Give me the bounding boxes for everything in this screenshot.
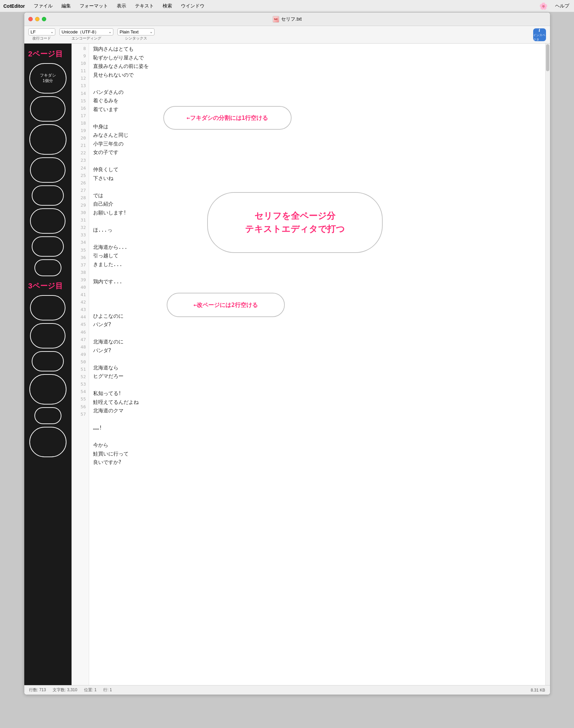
main-window: txt セリフ.txt LF 改行コード (24, 12, 550, 695)
code-line: 直接みなさんの前に姿を (93, 62, 541, 71)
line-number: 35 (73, 246, 86, 254)
line-number: 38 (73, 269, 86, 276)
bubble-10 (30, 323, 65, 348)
inspector-area: i インスペクタ (533, 28, 546, 41)
bubble-3 (29, 124, 66, 155)
code-line (93, 157, 541, 166)
line-number: 45 (73, 321, 86, 328)
line-number: 9 (73, 52, 86, 60)
line-number: 15 (73, 97, 86, 105)
syntax-select-wrapper[interactable]: Plain Text (117, 28, 155, 35)
code-line (93, 286, 541, 295)
code-line: ヒグマだろー (93, 372, 541, 381)
line-number: 50 (73, 358, 86, 366)
minimize-button[interactable] (35, 17, 39, 21)
line-number: 31 (73, 216, 86, 224)
line-number: 11 (73, 67, 86, 75)
code-line: 仲良くして (93, 165, 541, 174)
line-number: 13 (73, 82, 86, 89)
menu-text[interactable]: テキスト (134, 2, 155, 10)
line-number: 29 (73, 202, 86, 209)
line-number: 16 (73, 105, 86, 112)
bubble-6 (30, 208, 65, 234)
menu-file[interactable]: ファイル (32, 2, 54, 10)
titlebar-title: txt セリフ.txt (272, 16, 302, 23)
line-number: 46 (73, 329, 86, 336)
line-number: 44 (73, 313, 86, 321)
code-line: 今から (93, 441, 541, 450)
pos-stat: 位置: 1 (84, 687, 97, 693)
code-line: 中身は (93, 123, 541, 131)
code-line: 女の子です (93, 148, 541, 157)
bubble-8 (34, 259, 61, 276)
bubble-5 (32, 185, 64, 206)
code-line: 自己紹介 (93, 200, 541, 209)
line-number: 57 (73, 411, 86, 418)
line-number: 36 (73, 254, 86, 261)
code-line: 見せられないので (93, 71, 541, 80)
line-ending-select[interactable]: LF (28, 28, 55, 35)
bubble-14 (29, 427, 66, 457)
filesize-stat: 8.31 KB (531, 688, 545, 693)
window-wrapper: txt セリフ.txt LF 改行コード (0, 12, 574, 728)
editor-content[interactable]: 8910111213141516171819202122232425262728… (72, 44, 545, 685)
inspector-button[interactable]: i インスペクタ (533, 28, 546, 41)
line-number: 12 (73, 75, 86, 82)
line-ending-group: LF 改行コード (28, 28, 55, 41)
line-number: 51 (73, 366, 86, 373)
code-line (93, 269, 541, 278)
inspector-label: インスペクタ (533, 33, 546, 42)
bubble-11 (32, 351, 64, 371)
code-line: パンダ? (93, 346, 541, 355)
menu-view[interactable]: 表示 (115, 2, 128, 10)
toolbar: LF 改行コード Unicode（UTF-8） エンコーディング (24, 26, 550, 44)
code-line: 鮭買いに行って (93, 450, 541, 459)
statusbar: 行数: 713 文字数: 3,310 位置: 1 行: 1 8.31 KB (24, 685, 550, 695)
sidebar: 2ページ目 フキダシ 1個分 3ページ目 (24, 44, 72, 685)
code-line: みなさんと同じ (93, 131, 541, 140)
line-ending-select-wrapper[interactable]: LF (28, 28, 55, 35)
line-number: 40 (73, 284, 86, 291)
code-line: きました... (93, 260, 541, 269)
line-number: 22 (73, 149, 86, 157)
line-number: 19 (73, 127, 86, 134)
line-number: 49 (73, 351, 86, 358)
bubble-9 (30, 295, 65, 320)
main-area: 2ページ目 フキダシ 1個分 3ページ目 (24, 44, 550, 685)
maximize-button[interactable] (42, 17, 46, 21)
menu-window[interactable]: ウインドウ (180, 2, 206, 10)
menu-format[interactable]: フォーマット (78, 2, 109, 10)
encoding-select-wrapper[interactable]: Unicode（UTF-8） (59, 28, 113, 35)
menu-help[interactable]: ヘルプ (554, 2, 571, 10)
line-number: 10 (73, 60, 86, 67)
code-line: 鶏内さんはとても (93, 45, 541, 54)
menubar-icons: 🌸 (539, 2, 548, 10)
scrollbar-thumb[interactable] (546, 44, 549, 71)
code-line: パンダさんの (93, 88, 541, 97)
code-line (93, 467, 541, 476)
code-line: 鮭咥えてるんだよね (93, 398, 541, 407)
code-line: ……! (93, 424, 541, 433)
scrollbar-track[interactable] (545, 44, 550, 685)
bubble-4 (30, 157, 65, 183)
menu-edit[interactable]: 編集 (60, 2, 72, 10)
encoding-select[interactable]: Unicode（UTF-8） (59, 28, 113, 35)
code-line (93, 234, 541, 243)
code-line: お願いします! (93, 209, 541, 217)
code-line: ほ...っ (93, 226, 541, 235)
code-line (93, 329, 541, 338)
syntax-select[interactable]: Plain Text (117, 28, 155, 35)
line-number: 42 (73, 298, 86, 306)
page3-label: 3ページ目 (28, 281, 63, 291)
code-line (93, 355, 541, 364)
code-line (93, 415, 541, 424)
menu-search[interactable]: 検索 (161, 2, 173, 10)
code-area[interactable]: ←フキダシの分割には1行空ける セリフを全ページ分 テキストエディタで打つ ←改… (89, 44, 545, 685)
code-line: 鶏内です... (93, 278, 541, 286)
close-button[interactable] (28, 17, 33, 21)
bubble-7 (32, 236, 64, 257)
line-number: 17 (73, 112, 86, 120)
line-number: 30 (73, 209, 86, 216)
app-name: CotEditor (3, 3, 25, 9)
code-line (93, 79, 541, 88)
